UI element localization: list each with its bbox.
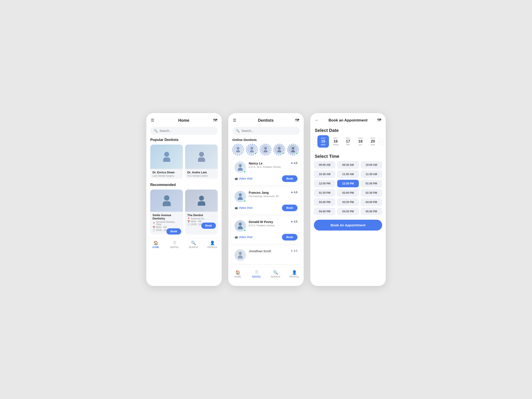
date-selector: ‹ JULY 15 WED JULY 16 THUR JULY 17 FRI J… xyxy=(310,135,386,148)
search-input[interactable] xyxy=(159,129,214,133)
time-slot-8[interactable]: 01:00 PM xyxy=(361,180,382,187)
dentists-nav-home[interactable]: 🏠 HOME xyxy=(228,270,247,278)
home-bottom-nav: 🏠 HOME 🦷 DENTAL 🔍 SEARCH 👤 PROFILE xyxy=(146,238,222,250)
rec-card-2[interactable]: The Dentist 📍Somerset De... 📅MON - FRI 🕐… xyxy=(185,190,218,234)
book-button-2[interactable]: Book xyxy=(282,205,298,211)
time-slot-3[interactable]: 10:30 AM xyxy=(314,171,335,178)
dentist-avatar-4 xyxy=(234,249,246,261)
dentists-nav-search[interactable]: 🔍 SEARCH xyxy=(266,270,285,278)
video-icon-3: 📹 xyxy=(234,236,238,239)
online-avatars-row xyxy=(232,144,300,156)
time-slot-10[interactable]: 02:00 PM xyxy=(337,189,359,197)
book-button-1[interactable]: Book xyxy=(282,175,298,182)
nav-search-label: SEARCH xyxy=(189,246,198,248)
dentists-search-bar[interactable]: 🔍 xyxy=(232,127,300,135)
select-date-heading: Select Date xyxy=(310,125,386,135)
dentists-hamburger-icon[interactable]: ☰ xyxy=(233,118,236,123)
online-avatar-4[interactable] xyxy=(273,144,285,155)
dentists-nav-profile[interactable]: 👤 PROFILE xyxy=(285,270,304,278)
date-next-button[interactable]: › xyxy=(379,138,384,145)
date-item-0[interactable]: JULY 15 WED xyxy=(317,135,329,148)
book-header: ← Book an Appointment 🗺 xyxy=(310,113,386,125)
dentist-list-name-1: Nancy Le xyxy=(249,162,288,165)
star-icon-3: ★ xyxy=(291,220,293,223)
online-section-title: Online Dentists xyxy=(232,138,300,142)
dentist-list-top-1: Nancy Le D.D.S., M.S. Pediatric Dentist … xyxy=(234,162,298,173)
recommended-grid: Smile Avenue Dentistry 📍Somerset Dentist… xyxy=(146,190,222,234)
nav-dental-label: DENTAL xyxy=(170,246,179,248)
nav-search[interactable]: 🔍 SEARCH xyxy=(184,241,203,248)
book-appointment-button[interactable]: Book An Appointment xyxy=(314,220,382,231)
home-header: ☰ Home 🗺 xyxy=(146,113,222,125)
dentists-screen: ☰ Dentists 🗺 🔍 Online Dentists xyxy=(228,113,304,286)
back-icon[interactable]: ← xyxy=(315,118,319,123)
nav-profile[interactable]: 👤 PROFILE xyxy=(203,241,222,248)
book-button-rec-2[interactable]: Book xyxy=(201,222,216,229)
dentist-card-2[interactable]: Dr. Andre Lam TLC Dental Centre xyxy=(185,145,218,179)
dentist-list: Nancy Le D.D.S., M.S. Pediatric Dentist … xyxy=(228,158,304,264)
date-prev-button[interactable]: ‹ xyxy=(312,138,317,145)
hamburger-icon[interactable]: ☰ xyxy=(151,118,154,123)
date-num-3: 18 xyxy=(358,139,363,144)
dentists-search-input[interactable] xyxy=(241,129,296,133)
time-slot-12[interactable]: 03:00 PM xyxy=(314,198,335,206)
time-slot-5[interactable]: 11:30 AM xyxy=(361,171,382,178)
video-visit-1[interactable]: 📹 Video Visit xyxy=(234,177,253,180)
rec-card-1[interactable]: Smile Avenue Dentistry 📍Somerset Dentist… xyxy=(150,190,183,234)
video-visit-2[interactable]: 📹 Video Visit xyxy=(234,206,253,209)
home-search-bar[interactable]: 🔍 xyxy=(150,127,218,135)
time-slot-6[interactable]: 12:00 PM xyxy=(314,180,335,187)
nav-dental[interactable]: 🦷 DENTAL xyxy=(165,241,184,248)
rec-img-1 xyxy=(150,190,183,212)
dentist-rating-1: ★ 4.5 xyxy=(291,162,298,165)
date-item-1[interactable]: JULY 16 THUR xyxy=(330,135,341,148)
map-icon[interactable]: 🗺 xyxy=(213,118,217,123)
nav-home-label: HOME xyxy=(152,246,159,248)
date-item-4[interactable]: JULY 20 SUN xyxy=(367,135,379,148)
dentist-clinic-1: Lam Dental Surgery xyxy=(152,174,181,177)
online-avatar-5[interactable] xyxy=(287,144,299,155)
time-slot-7[interactable]: 12:30 PM xyxy=(337,180,359,187)
video-visit-3[interactable]: 📹 Video Visit xyxy=(234,236,253,239)
dentist-info-2: Frances Jang Dermatology Vancouver, BC xyxy=(249,191,288,197)
online-avatar-2[interactable] xyxy=(246,144,258,155)
date-num-2: 17 xyxy=(346,139,350,144)
dentist-online-dot-3 xyxy=(244,229,246,231)
dentist-info-1: Nancy Le D.D.S., M.S. Pediatric Dentist xyxy=(249,162,288,168)
book-button-3[interactable]: Book xyxy=(282,234,298,241)
time-slot-15[interactable]: 04:00 PM xyxy=(314,208,335,215)
popular-dentists-grid: Dr. Enrica Sham Lam Dental Surgery Dr. A… xyxy=(146,145,222,179)
dentist-list-name-4: Jonathan Scott xyxy=(249,249,288,253)
time-slot-11[interactable]: 02:30 PM xyxy=(361,189,382,197)
dental-icon: 🦷 xyxy=(172,241,177,245)
dentist-list-spec-1: D.D.S., M.S. Pediatric Dentist xyxy=(249,165,288,168)
time-grid: 09:00 AM09:30 AM10:00 AM10:30 AM11:00 AM… xyxy=(310,161,386,215)
online-avatar-1[interactable] xyxy=(232,144,244,155)
nav-home[interactable]: 🏠 HOME xyxy=(146,241,165,248)
rec-img-2 xyxy=(185,190,218,212)
time-slot-16[interactable]: 04:30 PM xyxy=(337,208,359,215)
star-icon-1: ★ xyxy=(291,162,293,165)
time-slot-2[interactable]: 10:00 AM xyxy=(361,161,382,169)
time-slot-0[interactable]: 09:00 AM xyxy=(314,161,335,169)
dentists-nav-dental[interactable]: 🦷 DENTAL xyxy=(247,270,266,278)
time-slot-14[interactable]: 04:00 PM xyxy=(361,198,382,206)
date-item-2[interactable]: JULY 17 FRI xyxy=(342,135,354,148)
book-map-icon[interactable]: 🗺 xyxy=(377,118,381,123)
dentist-avatar-3 xyxy=(234,220,246,232)
dentists-map-icon[interactable]: 🗺 xyxy=(295,118,299,123)
nav-profile-label: PROFILE xyxy=(208,246,217,248)
dentist-card-1[interactable]: Dr. Enrica Sham Lam Dental Surgery xyxy=(150,145,183,179)
online-avatar-3[interactable] xyxy=(260,144,271,155)
date-month-2: JULY xyxy=(346,137,350,139)
time-slot-4[interactable]: 11:00 AM xyxy=(337,171,359,178)
book-button-rec-1[interactable]: Book xyxy=(166,228,181,234)
date-num-4: 20 xyxy=(371,139,375,144)
time-slot-9[interactable]: 01:30 PM xyxy=(314,189,335,197)
time-slot-13[interactable]: 03:30 PM xyxy=(337,198,359,206)
dentist-list-item-3: Donald W Povey D.D.S, Pediatric Dentist … xyxy=(231,217,301,244)
time-slot-17[interactable]: 05:00 PM xyxy=(361,208,382,215)
time-slot-1[interactable]: 09:30 AM xyxy=(337,161,359,169)
date-item-3[interactable]: JULY 18 SAT xyxy=(355,135,366,148)
dentist-list-bottom-3: 📹 Video Visit Book xyxy=(234,234,298,241)
